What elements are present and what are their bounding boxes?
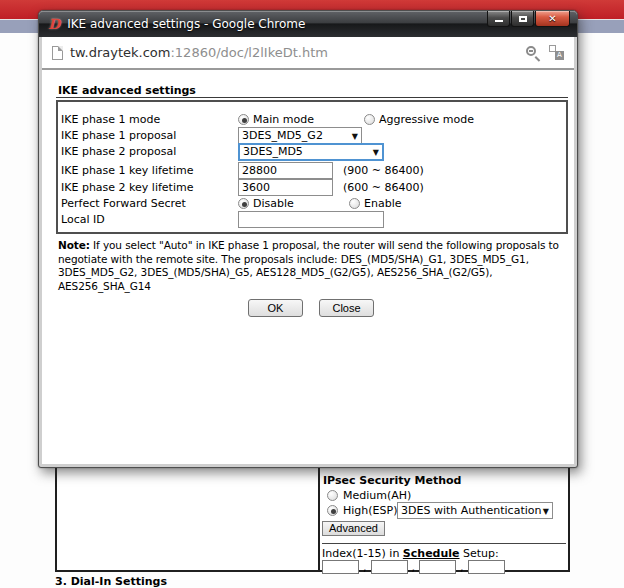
ike-settings-form: IKE phase 1 mode Main mode Aggressive mo… <box>56 100 568 234</box>
text-size-icon[interactable] <box>549 45 564 60</box>
form-row-phase1-proposal: IKE phase 1 proposal 3DES_MD5_G2 <box>61 127 564 144</box>
phase2-lifetime-input[interactable] <box>238 179 333 196</box>
main-mode-label: Main mode <box>253 113 314 126</box>
window-title: IKE advanced settings - Google Chrome <box>67 17 305 31</box>
chevron-down-icon <box>352 129 358 142</box>
minimize-button[interactable] <box>487 11 510 27</box>
pfs-disable-radio[interactable] <box>238 198 249 209</box>
form-row-phase2-proposal: IKE phase 2 proposal 3DES_MD5 <box>61 143 564 160</box>
phase2-proposal-label: IKE phase 2 proposal <box>61 145 238 158</box>
index-suffix: Setup: <box>463 547 499 560</box>
chevron-down-icon <box>373 145 379 158</box>
url-path: :12860/doc/l2lIkeDt.htm <box>170 45 327 60</box>
esp-method-value: 3DES with Authentication <box>401 504 541 517</box>
schedule-index-2-input[interactable] <box>371 560 408 574</box>
high-esp-label: High(ESP) <box>343 504 397 517</box>
schedule-link[interactable]: Schedule <box>403 547 460 560</box>
window-client-area: tw.draytek.com:12860/doc/l2lIkeDt.htm IK… <box>42 37 574 464</box>
phase1-mode-label: IKE phase 1 mode <box>61 113 238 126</box>
heading-underline <box>56 97 568 98</box>
pfs-enable-label: Enable <box>364 197 401 210</box>
comma-separator: , <box>460 561 464 574</box>
draytek-logo-icon: D <box>48 17 60 31</box>
minimize-icon <box>495 20 503 22</box>
note-body: If you select "Auto" in IKE phase 1 prop… <box>58 239 559 292</box>
phase2-proposal-value: 3DES_MD5 <box>243 145 303 158</box>
schedule-index-1-input[interactable] <box>322 560 359 574</box>
high-esp-radio[interactable] <box>327 505 338 516</box>
dialog-heading: IKE advanced settings <box>58 84 196 97</box>
toolbar-icons <box>525 45 564 61</box>
high-esp-option[interactable]: High(ESP) <box>327 504 397 517</box>
schedule-index-4-input[interactable] <box>468 560 505 574</box>
chevron-down-icon <box>543 504 549 517</box>
pfs-disable-label: Disable <box>253 197 294 210</box>
aggressive-mode-label: Aggressive mode <box>379 113 474 126</box>
phase2-lifetime-hint: (600 ~ 86400) <box>343 181 424 194</box>
phase2-proposal-select[interactable]: 3DES_MD5 <box>238 143 384 161</box>
pfs-enable-option[interactable]: Enable <box>349 197 401 210</box>
popup-window: D IKE advanced settings - Google Chrome … <box>38 10 578 468</box>
form-row-phase1-lifetime: IKE phase 1 key lifetime (900 ~ 86400) <box>61 162 564 179</box>
phase1-lifetime-label: IKE phase 1 key lifetime <box>61 164 238 177</box>
medium-ah-radio[interactable] <box>327 490 338 501</box>
address-bar: tw.draytek.com:12860/doc/l2lIkeDt.htm <box>42 37 574 70</box>
medium-ah-label: Medium(AH) <box>343 489 411 502</box>
aggressive-mode-option[interactable]: Aggressive mode <box>364 113 474 126</box>
form-row-phase2-lifetime: IKE phase 2 key lifetime (600 ~ 86400) <box>61 179 564 196</box>
close-icon: ✕ <box>548 13 556 24</box>
form-row-phase1-mode: IKE phase 1 mode Main mode Aggressive mo… <box>61 111 564 128</box>
maximize-icon <box>519 16 527 22</box>
ipsec-security-method-heading: IPsec Security Method <box>323 474 461 487</box>
schedule-index-line: Index(1-15) in Schedule Setup: <box>322 547 499 560</box>
close-button[interactable]: ✕ <box>535 11 570 27</box>
index-prefix: Index(1-15) in <box>322 547 399 560</box>
pfs-label: Perfect Forward Secret <box>61 197 238 210</box>
pfs-disable-option[interactable]: Disable <box>238 197 349 210</box>
phase1-proposal-label: IKE phase 1 proposal <box>61 129 238 142</box>
form-row-pfs: Perfect Forward Secret Disable Enable <box>61 195 564 212</box>
form-row-local-id: Local ID <box>61 211 564 228</box>
note-label: Note: <box>58 239 90 251</box>
main-mode-radio[interactable] <box>238 114 249 125</box>
schedule-index-3-input[interactable] <box>419 560 456 574</box>
url-text[interactable]: tw.draytek.com:12860/doc/l2lIkeDt.htm <box>70 45 328 60</box>
phase1-lifetime-hint: (900 ~ 86400) <box>343 164 424 177</box>
local-id-label: Local ID <box>61 213 238 226</box>
aggressive-mode-radio[interactable] <box>364 114 375 125</box>
dialog-close-button[interactable]: Close <box>319 299 374 317</box>
dial-in-settings-heading: 3. Dial-In Settings <box>55 575 167 588</box>
schedule-index-inputs: , , , <box>322 560 505 574</box>
local-id-input[interactable] <box>238 211 384 228</box>
maximize-button[interactable] <box>511 11 534 27</box>
zoom-out-icon[interactable] <box>525 45 541 61</box>
page-icon <box>52 46 63 60</box>
comma-separator: , <box>412 561 416 574</box>
phase1-proposal-select[interactable]: 3DES_MD5_G2 <box>238 127 362 144</box>
note-text: Note: If you select "Auto" in IKE phase … <box>58 239 564 293</box>
phase1-lifetime-input[interactable] <box>238 162 333 179</box>
phase1-proposal-value: 3DES_MD5_G2 <box>242 129 323 142</box>
main-mode-option[interactable]: Main mode <box>238 113 364 126</box>
advanced-button[interactable]: Advanced <box>322 521 385 536</box>
comma-separator: , <box>363 561 367 574</box>
window-controls: ✕ <box>487 11 570 27</box>
esp-method-select[interactable]: 3DES with Authentication <box>397 502 553 519</box>
medium-ah-option[interactable]: Medium(AH) <box>327 489 411 502</box>
phase2-lifetime-label: IKE phase 2 key lifetime <box>61 181 238 194</box>
ok-button[interactable]: OK <box>248 299 303 317</box>
url-host: tw.draytek.com <box>70 45 170 60</box>
section-divider <box>322 543 566 544</box>
pfs-enable-radio[interactable] <box>349 198 360 209</box>
